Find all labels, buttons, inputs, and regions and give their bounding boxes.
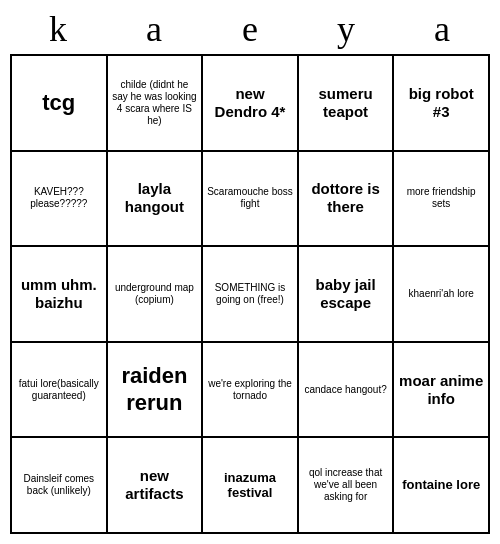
cell-3-3: candace hangout? [299, 343, 395, 439]
cell-4-1: new artifacts [108, 438, 204, 534]
cell-4-0: Dainsleif comes back (unlikely) [12, 438, 108, 534]
cell-3-4: moar anime info [394, 343, 490, 439]
header-col-0: k [10, 8, 106, 50]
cell-1-1: layla hangout [108, 152, 204, 248]
cell-2-3: baby jail escape [299, 247, 395, 343]
cell-0-1: childe (didnt he say he was looking 4 sc… [108, 56, 204, 152]
cell-3-0: fatui lore(basically guaranteed) [12, 343, 108, 439]
cell-0-0: tcg [12, 56, 108, 152]
cell-3-2: we're exploring the tornado [203, 343, 299, 439]
cell-2-2: SOMETHING is going on (free!) [203, 247, 299, 343]
cell-2-4: khaenri'ah lore [394, 247, 490, 343]
cell-0-4: big robot #3 [394, 56, 490, 152]
cell-2-0: umm uhm. baizhu [12, 247, 108, 343]
cell-1-4: more friendship sets [394, 152, 490, 248]
cell-1-2: Scaramouche boss fight [203, 152, 299, 248]
header-col-3: y [298, 8, 394, 50]
cell-2-1: underground map (copium) [108, 247, 204, 343]
cell-1-0: KAVEH??? please????? [12, 152, 108, 248]
bingo-grid: tcgchilde (didnt he say he was looking 4… [10, 54, 490, 534]
header-col-1: a [106, 8, 202, 50]
cell-3-1: raiden rerun [108, 343, 204, 439]
cell-0-3: sumeru teapot [299, 56, 395, 152]
cell-4-2: inazuma festival [203, 438, 299, 534]
header-col-4: a [394, 8, 490, 50]
cell-4-4: fontaine lore [394, 438, 490, 534]
header-col-2: e [202, 8, 298, 50]
bingo-header: kaeya [10, 8, 490, 50]
cell-4-3: qol increase that we've all been asking … [299, 438, 395, 534]
cell-1-3: dottore is there [299, 152, 395, 248]
cell-0-2: new Dendro 4* [203, 56, 299, 152]
